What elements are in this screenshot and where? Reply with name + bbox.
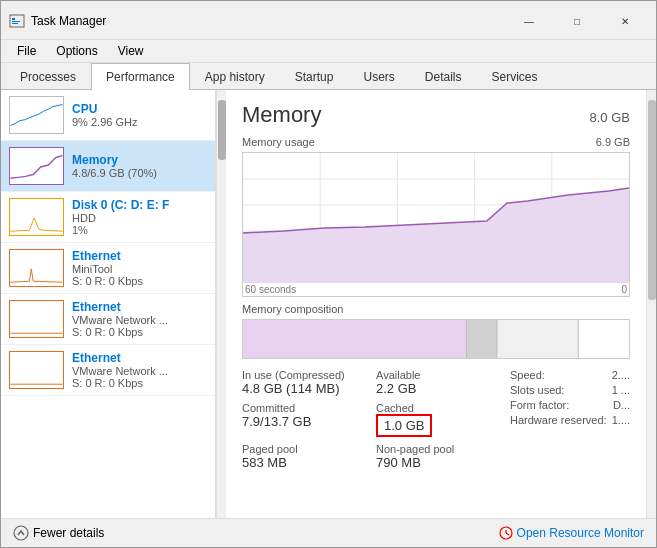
close-button[interactable]: ✕ xyxy=(602,7,648,35)
ethernet2-label: Ethernet xyxy=(72,300,207,314)
sidebar-item-ethernet1[interactable]: Ethernet MiniTool S: 0 R: 0 Kbps xyxy=(1,243,215,294)
cpu-info: CPU 9% 2.96 GHz xyxy=(72,102,207,128)
svg-rect-4 xyxy=(10,148,62,184)
memory-label: Memory xyxy=(72,153,207,167)
ethernet3-sub: VMware Network ... xyxy=(72,365,207,377)
memory-usage-graph: 60 seconds 0 xyxy=(242,152,630,297)
tab-users[interactable]: Users xyxy=(348,63,409,90)
ethernet3-label: Ethernet xyxy=(72,351,207,365)
ethernet2-stat: S: 0 R: 0 Kbps xyxy=(72,326,207,338)
tabs-bar: Processes Performance App history Startu… xyxy=(1,63,656,90)
disk-info: Disk 0 (C: D: E: F HDD 1% xyxy=(72,198,207,236)
svg-rect-15 xyxy=(466,320,496,358)
ethernet1-info: Ethernet MiniTool S: 0 R: 0 Kbps xyxy=(72,249,207,287)
open-resource-monitor-button[interactable]: Open Resource Monitor xyxy=(499,526,644,540)
footer: Fewer details Open Resource Monitor xyxy=(1,518,656,547)
graph-label: Memory usage 6.9 GB xyxy=(242,136,630,148)
ethernet1-sub: MiniTool xyxy=(72,263,207,275)
app-icon xyxy=(9,13,25,29)
tab-app-history[interactable]: App history xyxy=(190,63,280,90)
menu-view[interactable]: View xyxy=(110,42,152,60)
svg-rect-2 xyxy=(12,21,20,22)
memory-thumbnail xyxy=(9,147,64,185)
task-manager-window: Task Manager — □ ✕ File Options View Pro… xyxy=(0,0,657,548)
sidebar-item-memory[interactable]: Memory 4.8/6.9 GB (70%) xyxy=(1,141,215,192)
svg-point-21 xyxy=(14,526,28,540)
menu-options[interactable]: Options xyxy=(48,42,105,60)
stat-cached: Cached 1.0 GB xyxy=(376,402,502,437)
tab-details[interactable]: Details xyxy=(410,63,477,90)
ethernet3-info: Ethernet VMware Network ... S: 0 R: 0 Kb… xyxy=(72,351,207,389)
tab-performance[interactable]: Performance xyxy=(91,63,190,90)
stat-paged-pool: Paged pool 583 MB xyxy=(242,443,368,470)
tab-processes[interactable]: Processes xyxy=(5,63,91,90)
svg-rect-17 xyxy=(578,320,629,358)
fewer-details-label: Fewer details xyxy=(33,526,104,540)
stat-available: Available 2.2 GB xyxy=(376,369,502,396)
composition-graph xyxy=(242,319,630,359)
title-bar-controls: — □ ✕ xyxy=(506,7,648,35)
panel-total: 8.0 GB xyxy=(590,110,630,125)
disk-label: Disk 0 (C: D: E: F xyxy=(72,198,207,212)
ethernet1-label: Ethernet xyxy=(72,249,207,263)
svg-line-24 xyxy=(506,533,509,535)
ethernet2-thumbnail xyxy=(9,300,64,338)
svg-rect-3 xyxy=(12,23,18,24)
ethernet3-thumbnail xyxy=(9,351,64,389)
svg-rect-14 xyxy=(243,320,466,358)
sidebar-scrollbar[interactable] xyxy=(216,90,226,518)
ethernet3-stat: S: 0 R: 0 Kbps xyxy=(72,377,207,389)
tab-startup[interactable]: Startup xyxy=(280,63,349,90)
menu-bar: File Options View xyxy=(1,40,656,63)
window-title: Task Manager xyxy=(31,14,106,28)
open-resource-monitor-label: Open Resource Monitor xyxy=(517,526,644,540)
ethernet1-stat: S: 0 R: 0 Kbps xyxy=(72,275,207,287)
fewer-details-button[interactable]: Fewer details xyxy=(13,525,104,541)
maximize-button[interactable]: □ xyxy=(554,7,600,35)
stat-in-use: In use (Compressed) 4.8 GB (114 MB) xyxy=(242,369,368,396)
memory-info: Memory 4.8/6.9 GB (70%) xyxy=(72,153,207,179)
panel-header: Memory 8.0 GB xyxy=(242,102,630,128)
stat-non-paged-pool: Non-paged pool 790 MB xyxy=(376,443,502,470)
minimize-button[interactable]: — xyxy=(506,7,552,35)
right-scrollbar-thumb xyxy=(648,100,656,300)
sidebar-item-ethernet2[interactable]: Ethernet VMware Network ... S: 0 R: 0 Kb… xyxy=(1,294,215,345)
right-scrollbar[interactable] xyxy=(646,90,656,518)
sidebar: CPU 9% 2.96 GHz Memory 4.8/6.9 GB (70%) xyxy=(1,90,216,518)
memory-graph-area xyxy=(243,153,629,283)
main-content: CPU 9% 2.96 GHz Memory 4.8/6.9 GB (70%) xyxy=(1,90,656,518)
cached-value-box: 1.0 GB xyxy=(376,414,432,437)
disk-stat: 1% xyxy=(72,224,207,236)
right-panel: Memory 8.0 GB Memory usage 6.9 GB xyxy=(226,90,646,518)
resource-monitor-icon xyxy=(499,526,513,540)
chevron-up-icon xyxy=(13,525,29,541)
title-bar: Task Manager — □ ✕ xyxy=(1,1,656,40)
stat-committed: Committed 7.9/13.7 GB xyxy=(242,402,368,437)
disk-type: HDD xyxy=(72,212,207,224)
menu-file[interactable]: File xyxy=(9,42,44,60)
sidebar-item-disk0[interactable]: Disk 0 (C: D: E: F HDD 1% xyxy=(1,192,215,243)
disk-thumbnail xyxy=(9,198,64,236)
cpu-thumbnail xyxy=(9,96,64,134)
side-stats: Speed: 2.... Slots used: 1 ... Form fact… xyxy=(510,369,630,470)
cpu-label: CPU xyxy=(72,102,207,116)
ethernet2-sub: VMware Network ... xyxy=(72,314,207,326)
sidebar-scrollbar-thumb xyxy=(218,100,226,160)
sidebar-item-cpu[interactable]: CPU 9% 2.96 GHz xyxy=(1,90,215,141)
title-bar-left: Task Manager xyxy=(9,13,106,29)
svg-rect-16 xyxy=(497,320,578,358)
graph-time-labels: 60 seconds 0 xyxy=(243,283,629,296)
sidebar-item-ethernet3[interactable]: Ethernet VMware Network ... S: 0 R: 0 Kb… xyxy=(1,345,215,396)
ethernet1-thumbnail xyxy=(9,249,64,287)
ethernet2-info: Ethernet VMware Network ... S: 0 R: 0 Kb… xyxy=(72,300,207,338)
svg-marker-13 xyxy=(243,188,629,283)
cpu-stat: 9% 2.96 GHz xyxy=(72,116,207,128)
svg-rect-1 xyxy=(12,18,15,20)
panel-title: Memory xyxy=(242,102,321,128)
tab-services[interactable]: Services xyxy=(477,63,553,90)
memory-stat: 4.8/6.9 GB (70%) xyxy=(72,167,207,179)
composition-label: Memory composition xyxy=(242,303,630,315)
